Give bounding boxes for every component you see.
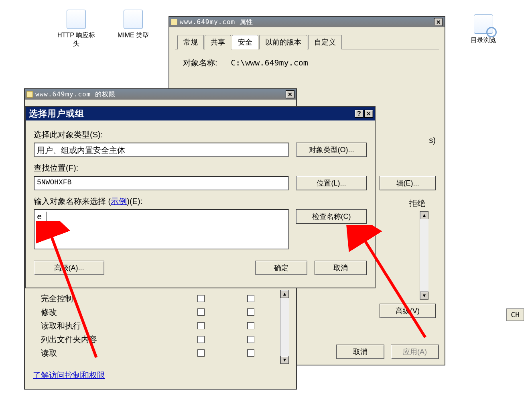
- locations-button[interactable]: 位置(L)...: [296, 176, 367, 190]
- http-headers-icon: [67, 10, 86, 29]
- perm-row: 修改: [41, 305, 288, 319]
- perm-deny-checkbox[interactable]: [247, 322, 254, 329]
- folder-icon: [26, 91, 33, 98]
- dir-browse-label[interactable]: 目录浏览: [463, 36, 504, 45]
- tab-security[interactable]: 安全: [232, 35, 258, 49]
- close-icon[interactable]: ✕: [364, 110, 373, 118]
- groups-suffix: s): [429, 136, 436, 145]
- perm-deny-checkbox[interactable]: [247, 295, 254, 302]
- mime-types-label[interactable]: MIME 类型: [113, 31, 153, 40]
- props-cancel-button[interactable]: 取消: [336, 345, 384, 359]
- permissions-titlebar[interactable]: www.649my.com 的权限 ✕: [25, 89, 296, 100]
- location-label: 查找位置(F):: [34, 163, 367, 173]
- scroll-up-icon[interactable]: ▲: [280, 290, 289, 298]
- perm-allow-checkbox[interactable]: [197, 336, 205, 343]
- perm-row: 读取: [41, 346, 288, 360]
- perm-deny-checkbox[interactable]: [247, 349, 254, 357]
- perm-label: 读取: [41, 348, 145, 359]
- perm-allow-checkbox[interactable]: [197, 308, 205, 316]
- location-field: 5NWOHXFB: [34, 176, 289, 190]
- tab-previous-versions[interactable]: 以前的版本: [259, 35, 307, 49]
- scroll-down-icon[interactable]: ▼: [280, 356, 289, 364]
- tab-sharing[interactable]: 共享: [205, 35, 231, 49]
- perm-deny-checkbox[interactable]: [247, 308, 254, 316]
- perm-label: 完全控制: [41, 293, 145, 304]
- advanced-button[interactable]: 高级(A)...: [34, 261, 104, 275]
- check-names-button[interactable]: 检查名称(C): [296, 209, 367, 224]
- close-icon[interactable]: ✕: [434, 18, 443, 26]
- object-types-button[interactable]: 对象类型(O)...: [296, 143, 367, 157]
- select-titlebar[interactable]: 选择用户或组 ? ✕: [26, 107, 375, 120]
- example-link[interactable]: 示例: [111, 197, 127, 206]
- object-name-value: C:\www.649my.com: [231, 58, 308, 67]
- perm-deny-checkbox[interactable]: [247, 336, 254, 343]
- perm-row: 完全控制: [41, 292, 288, 305]
- scroll-track[interactable]: [280, 298, 289, 356]
- cancel-button[interactable]: 取消: [315, 261, 367, 275]
- scroll-up-icon[interactable]: ▲: [420, 211, 428, 219]
- tab-customize[interactable]: 自定义: [308, 35, 342, 49]
- object-name-label: 对象名称:: [183, 58, 217, 67]
- enter-names-label: 输入对象名称来选择 (示例)(E):: [34, 196, 367, 207]
- perm-label: 列出文件夹内容: [41, 334, 145, 345]
- permissions-title: www.649my.com 的权限: [35, 90, 285, 99]
- mime-types-icon: [124, 10, 143, 29]
- help-icon[interactable]: ?: [355, 110, 363, 118]
- perm-allow-checkbox[interactable]: [197, 295, 205, 302]
- deny-header: 拒绝: [409, 198, 425, 209]
- close-icon[interactable]: ✕: [286, 90, 294, 98]
- object-type-label: 选择此对象类型(S):: [34, 129, 367, 140]
- select-title: 选择用户或组: [27, 108, 354, 120]
- edit-button[interactable]: 辑(E)...: [380, 176, 436, 190]
- ok-button[interactable]: 确定: [255, 261, 307, 275]
- properties-titlebar[interactable]: www.649my.com 属性 ✕: [169, 17, 445, 27]
- perm-label: 读取和执行: [41, 320, 145, 331]
- perm-allow-checkbox[interactable]: [197, 322, 205, 329]
- advanced-props-button[interactable]: 高级(V): [380, 304, 436, 318]
- learn-acl-link[interactable]: 了解访问控制和权限: [33, 370, 105, 381]
- scroll-track[interactable]: [420, 219, 428, 292]
- tab-general[interactable]: 常规: [177, 35, 204, 49]
- http-headers-label[interactable]: HTTP 响应标 头: [56, 31, 96, 48]
- perm-row: 列出文件夹内容: [41, 333, 288, 346]
- select-users-dialog: 选择用户或组 ? ✕ 选择此对象类型(S): 用户、组或内置安全主体 对象类型(…: [25, 106, 376, 288]
- props-apply-button[interactable]: 应用(A): [391, 345, 439, 359]
- scroll-down-icon[interactable]: ▼: [420, 292, 428, 300]
- language-indicator[interactable]: CH: [506, 308, 524, 321]
- perm-label: 修改: [41, 307, 145, 318]
- properties-title: www.649my.com 属性: [180, 18, 433, 27]
- perm-row: 读取和执行: [41, 319, 288, 333]
- object-names-input[interactable]: e: [34, 209, 289, 249]
- folder-icon: [171, 19, 177, 25]
- perm-allow-checkbox[interactable]: [197, 349, 205, 357]
- dir-browse-icon: [474, 14, 493, 34]
- object-type-field: 用户、组或内置安全主体: [34, 143, 289, 157]
- properties-tabs: 常规 共享 安全 以前的版本 自定义: [175, 35, 439, 49]
